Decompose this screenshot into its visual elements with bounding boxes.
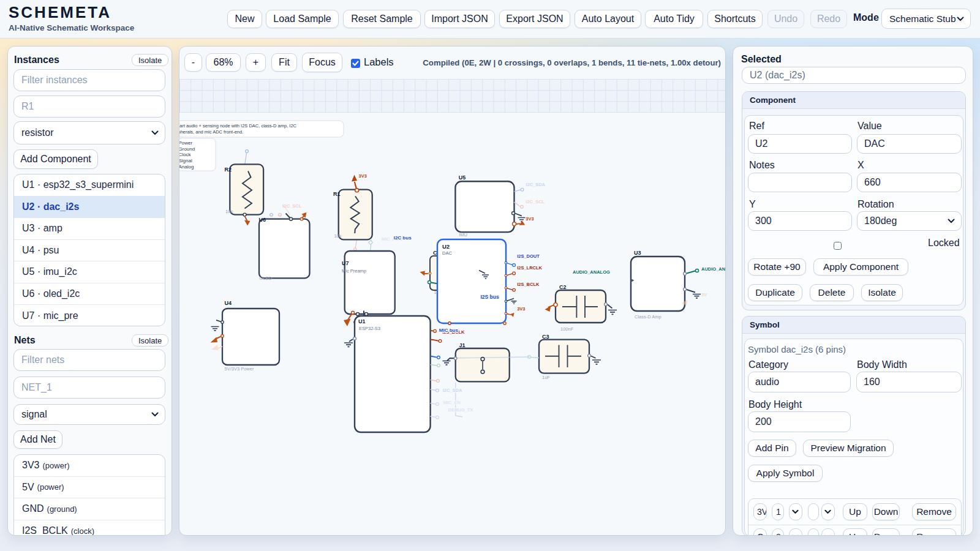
svg-text:Power: Power (179, 140, 193, 146)
svg-text:5V/3V3 Power: 5V/3V3 Power (225, 366, 254, 372)
svg-text:DEBUG_TX: DEBUG_TX (448, 407, 473, 413)
svg-text:10k: 10k (225, 209, 233, 214)
svg-text:ESP32-S3: ESP32-S3 (359, 326, 380, 331)
svg-text:IMU: IMU (459, 232, 467, 238)
svg-text:I2C_SCL: I2C_SCL (283, 203, 302, 209)
svg-text:100nF: 100nF (560, 326, 574, 332)
svg-text:I2S bus: I2S bus (481, 294, 500, 300)
svg-text:Ground: Ground (179, 146, 195, 152)
svg-text:Class-D Amp: Class-D Amp (635, 314, 662, 320)
svg-text:U6: U6 (259, 217, 266, 223)
svg-text:I2C_SCL: I2C_SCL (526, 199, 545, 204)
svg-text:I2S_LRCLK: I2S_LRCLK (517, 265, 542, 271)
svg-text:C3: C3 (542, 334, 549, 340)
svg-text:Signal: Signal (179, 158, 192, 163)
svg-text:I2S_BCLK: I2S_BCLK (517, 282, 540, 287)
svg-text:peripherals, and mic ADC front: peripherals, and mic ADC front-end. (179, 129, 243, 135)
svg-text:R2: R2 (225, 167, 232, 173)
svg-text:3V3: 3V3 (526, 216, 533, 222)
svg-text:I2C_SDA: I2C_SDA (526, 182, 545, 187)
svg-text:I2C_SDA: I2C_SDA (443, 388, 462, 393)
svg-text:5V: 5V (701, 292, 707, 298)
svg-text:U4: U4 (225, 300, 232, 306)
svg-text:OLED: OLED (260, 276, 273, 281)
svg-text:Analog: Analog (179, 164, 194, 170)
svg-text:MIC_EN: MIC_EN (443, 400, 461, 405)
svg-text:MIC bus: MIC bus (439, 328, 459, 333)
svg-text:U2: U2 (442, 243, 450, 250)
svg-text:AUDIO_ANALOG: AUDIO_ANALOG (701, 266, 726, 272)
svg-text:U3: U3 (634, 250, 641, 256)
svg-text:10k: 10k (334, 233, 342, 239)
svg-text:Clock: Clock (179, 152, 192, 157)
svg-text:R1: R1 (333, 191, 341, 197)
svg-text:I2S_DOUT: I2S_DOUT (517, 253, 540, 259)
svg-text:Smart audio + sensing node wit: Smart audio + sensing node with I2S DAC,… (179, 123, 297, 129)
svg-text:U1: U1 (358, 318, 366, 324)
svg-text:1uF: 1uF (542, 375, 550, 380)
svg-text:U7: U7 (342, 260, 349, 266)
svg-text:Mic Preamp: Mic Preamp (342, 268, 366, 274)
svg-text:U5: U5 (459, 174, 466, 181)
svg-text:C2: C2 (559, 284, 567, 290)
svg-text:DAC: DAC (442, 250, 452, 256)
svg-text:AUDIO_ANALOG: AUDIO_ANALOG (573, 269, 610, 275)
svg-text:3V3: 3V3 (359, 173, 367, 179)
svg-text:J1: J1 (459, 342, 466, 348)
svg-text:I2C bus: I2C bus (394, 235, 412, 241)
svg-text:3V3: 3V3 (517, 306, 525, 312)
